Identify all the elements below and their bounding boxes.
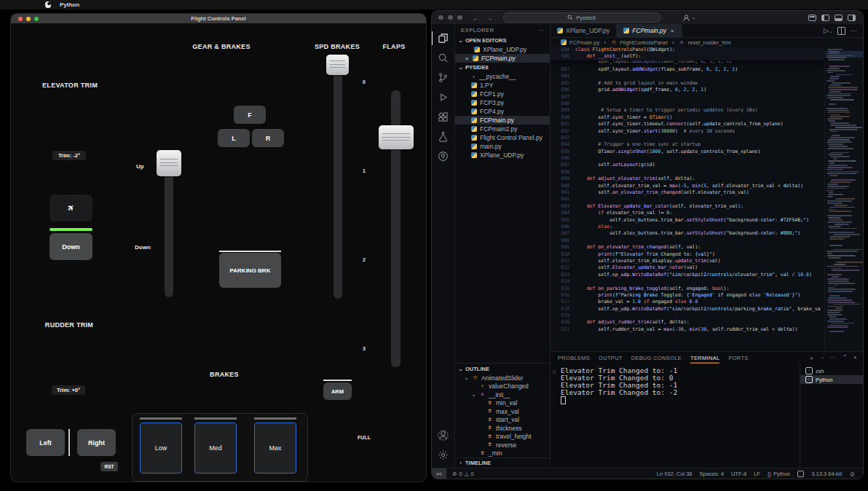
file-tree-item[interactable]: FCP1.py [455,90,550,98]
maximize-panel-icon[interactable]: ⌃ [843,354,848,362]
file-tree-item[interactable]: XPlane_UDP.py [455,151,550,160]
outline-item[interactable]: ≡reverse [455,441,550,449]
minimize-traffic-light[interactable] [448,15,453,20]
file-tree-item[interactable]: FCPmain.py [455,116,550,125]
outline-section[interactable]: ⌄ OUTLINE [455,363,550,374]
menubar-app-name[interactable]: Python [60,1,79,8]
more-actions-icon[interactable]: ··· [830,354,837,362]
search-icon[interactable] [432,48,455,68]
spd-brakes-slider-track[interactable] [334,60,342,299]
run-debug-icon[interactable] [432,87,455,107]
more-actions-icon[interactable]: ··· [851,27,857,34]
toggle-panel-icon[interactable] [835,15,843,21]
elevator-trim-up-button[interactable]: ✈ [50,195,92,221]
lightbulb-extension-icon[interactable] [432,146,455,166]
minimap[interactable] [824,47,863,351]
toggle-secondary-sidebar-icon[interactable] [848,15,856,21]
split-editor-icon[interactable] [837,27,845,35]
extensions-icon[interactable] [432,107,455,127]
code-editor[interactable]: 594class FlightControlsPanel(QWidget):59… [551,47,863,351]
outline-item[interactable]: ⌄◯AnimatedSlider [455,374,550,382]
rudder-reset-button[interactable]: RST [100,462,118,471]
account-icon[interactable] [432,425,455,445]
outline-item[interactable]: ≡_min [455,449,550,458]
outline-item[interactable]: ⚡valueChanged [455,382,550,391]
outline-item[interactable]: ⌄◇__init__ [455,390,550,399]
outline-item[interactable]: ≡travel_height [455,433,550,441]
brake-med-button[interactable]: Med [194,423,237,474]
remote-indicator[interactable]: >< [432,468,446,479]
elevator-trim-down-button[interactable]: Down [50,233,92,260]
chevron-down-icon[interactable]: ⌄ [821,354,824,362]
flaps-slider-handle[interactable] [379,125,414,149]
close-panel-icon[interactable]: × [853,354,857,362]
new-terminal-icon[interactable]: ＋ [808,354,814,362]
spd-brakes-arm-button[interactable]: ARM [323,382,352,400]
testing-icon[interactable] [432,127,455,146]
more-actions-icon[interactable]: ··· [539,27,545,34]
terminal-item-zsh[interactable]: › zsh [800,366,863,375]
close-icon[interactable]: × [669,28,675,34]
close-icon[interactable]: × [464,55,470,62]
gear-front-button[interactable]: F [234,106,266,124]
tab-problems[interactable]: PROBLEMS [558,352,590,364]
notifications-bell-icon[interactable] [849,471,856,477]
terminal-output[interactable]: ○ Elevator Trim Changed to: -1Elevator T… [551,364,800,468]
tab-fcpmain-active[interactable]: FCPmain.py × [617,24,682,37]
gear-left-button[interactable]: L [218,129,250,147]
vscode-titlebar[interactable]: ← → Pyside6 ⌄ [432,11,863,24]
breadcrumb[interactable]: FCPmain.py› ◯ FlightControlsPanel› ◇ res… [551,38,863,47]
tab-output[interactable]: OUTPUT [599,352,623,364]
rudder-right-button[interactable]: Right [77,429,116,456]
outline-item[interactable]: ≡thickness [455,424,550,433]
brake-max-button[interactable]: Max [254,423,296,474]
encoding[interactable]: UTF-8 [731,471,746,477]
gear-right-button[interactable]: R [252,129,284,147]
command-center-search[interactable]: Pyside6 [503,12,660,23]
language-mode[interactable]: {} Python [768,471,790,477]
file-tree-item[interactable]: FCP4.py [455,107,550,116]
accounts-menu[interactable]: ⌄ [682,14,696,22]
open-editor-item[interactable]: XPlane_UDP.py [455,45,550,54]
explorer-icon[interactable] [432,28,455,48]
indentation[interactable]: Spaces: 4 [700,471,724,477]
toggle-sidebar-icon[interactable] [821,15,829,21]
outline-item[interactable]: ≡min_val [455,399,550,408]
file-tree-item[interactable]: Flight Control Panel.py [455,133,550,142]
python-version[interactable]: 3.13.3 64-bit [811,471,842,477]
nav-forward-icon[interactable]: → [486,14,493,22]
file-tree-item[interactable]: FCP3.py [455,98,550,107]
file-tree-item[interactable]: main.py [455,142,550,151]
workspace-folder-section[interactable]: ⌄ PYSIDE6 [455,63,550,72]
rudder-left-button[interactable]: Left [26,429,65,456]
timeline-section[interactable]: › TIMELINE [455,457,550,468]
problems-status[interactable]: ⊘ 0 △ 0 [452,471,473,477]
elevator-slider-handle[interactable] [157,150,181,176]
elevator-slider-track[interactable] [165,157,173,297]
close-traffic-light[interactable] [438,15,443,20]
spd-brakes-slider-handle[interactable] [326,55,349,75]
eol-sequence[interactable]: LF [754,471,760,477]
file-tree-item[interactable]: 1.PY [455,81,550,90]
zoom-traffic-light[interactable] [457,15,462,20]
nav-back-icon[interactable]: ← [473,14,480,22]
interpreter-icon[interactable] [797,471,804,477]
tab-debug-console[interactable]: DEBUG CONSOLE [631,352,682,364]
tab-terminal[interactable]: TERMINAL [690,352,719,364]
open-editor-item-active[interactable]: × FCPmain.py [455,54,550,63]
open-editors-section[interactable]: ⌄ OPEN EDITORS [455,36,550,45]
brake-low-button[interactable]: Low [140,423,182,474]
customize-layout-icon[interactable] [808,15,816,21]
parking-brake-button[interactable]: PARKING BRK [219,253,281,288]
run-python-file-icon[interactable]: ▷⌄ [824,27,832,34]
apple-logo-icon[interactable] [45,1,51,8]
flight-window-titlebar[interactable]: Flight Controls Panel [11,14,426,23]
source-control-icon[interactable] [432,68,455,87]
file-tree-item[interactable]: FCPmain2.py [455,125,550,133]
tab-xplane-udp[interactable]: XPlane_UDP.py [551,24,617,37]
terminal-item-python[interactable]: › Python [800,375,863,384]
cursor-position[interactable]: Ln 932, Col 38 [657,471,693,477]
file-tree-item[interactable]: ›__pycache__ [455,72,550,81]
outline-item[interactable]: ≡max_val [455,407,550,416]
settings-gear-icon[interactable] [432,445,455,465]
